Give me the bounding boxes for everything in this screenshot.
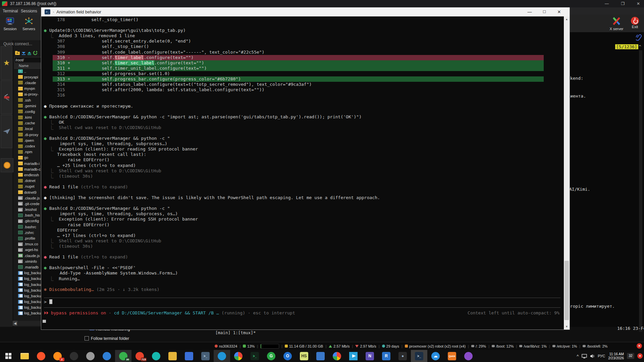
file-row[interactable]: mariadb-c <box>14 166 41 172</box>
file-row[interactable]: .di-proxy <box>14 132 41 137</box>
ribbon-servers-button[interactable]: Servers <box>20 16 38 36</box>
file-row[interactable]: .cache <box>14 120 41 126</box>
taskbar-app-app-blue-vs[interactable] <box>181 350 197 362</box>
taskbar-app-cloud[interactable]: ☁ <box>427 350 444 362</box>
taskbar-app-app-purple[interactable] <box>460 350 477 362</box>
menu-sessions[interactable]: Sessions <box>21 9 37 13</box>
taskbar-app-app-blue-o[interactable]: O <box>279 350 296 362</box>
taskbar-app-chrome[interactable] <box>230 350 247 362</box>
taskbar-app-app-green-g[interactable]: G <box>263 350 279 362</box>
close-icon[interactable]: ✕ <box>636 1 641 6</box>
file-row[interactable]: log_backu <box>14 293 41 299</box>
window-maximize-icon[interactable]: ☐ <box>539 8 549 15</box>
file-row[interactable]: proxyapi <box>14 74 41 80</box>
taskbar-app-app-purple-n[interactable]: N <box>362 350 378 362</box>
taskbar-app-app-yellow[interactable] <box>164 350 181 362</box>
web-tab[interactable] <box>1 158 13 172</box>
window-scrollbar[interactable]: ▲ ▼ <box>564 16 570 329</box>
file-row[interactable]: .lesshst <box>14 207 41 213</box>
file-row[interactable]: .codex <box>14 143 41 149</box>
taskbar-app-quick[interactable]: Quick <box>444 350 460 362</box>
file-row[interactable]: .bashrc <box>14 224 41 230</box>
taskbar-app-app-blue-sq[interactable] <box>312 350 329 362</box>
folder-up-icon[interactable] <box>15 51 20 55</box>
file-row[interactable]: .mariadb <box>14 264 41 270</box>
upload-arrow-icon[interactable] <box>27 51 32 55</box>
scroll-down-icon[interactable]: ▼ <box>564 324 570 329</box>
window-minimize-icon[interactable]: — <box>525 8 535 15</box>
taskbar-app-app-teal[interactable] <box>148 350 164 362</box>
file-row[interactable]: endlessh <box>14 172 41 178</box>
download-arrow-icon[interactable] <box>21 51 26 55</box>
tray-close-icon[interactable]: ✕ <box>637 353 643 359</box>
file-row[interactable]: .profile <box>14 235 41 241</box>
file-row[interactable]: .git-crede <box>14 201 41 206</box>
path-field[interactable]: /root/ <box>14 57 44 63</box>
paperclip-icon[interactable] <box>636 34 643 42</box>
window-close-icon[interactable]: ✕ <box>554 8 564 15</box>
file-row[interactable]: .nuget <box>14 184 41 189</box>
taskbar-app-telegram[interactable] <box>345 350 362 362</box>
network-monitor-icon[interactable] <box>582 354 587 358</box>
file-row[interactable]: dotnet9 <box>14 189 41 195</box>
maximize-icon[interactable]: ❐ <box>621 1 625 6</box>
claude-titlebar[interactable]: >_ · Animation field behavior — ☐ ✕ <box>41 7 570 16</box>
file-row[interactable]: ai-proxy- <box>14 92 41 97</box>
tools-tab[interactable] <box>1 80 12 114</box>
file-row[interactable]: .npm <box>14 149 41 155</box>
taskbar-app-file-explorer[interactable] <box>16 350 33 362</box>
prompt-line[interactable]: > <box>44 299 52 304</box>
file-list-horizontal-scrollbar[interactable]: ◀ <box>13 321 41 326</box>
scroll-up-icon[interactable]: ▲ <box>564 16 570 22</box>
file-row[interactable]: log_backu <box>14 282 41 287</box>
taskbar-app-app-gray[interactable] <box>82 350 99 362</box>
taskbar-app-terminal-green[interactable]: >_ <box>247 350 263 362</box>
file-row[interactable]: .claude <box>14 80 41 85</box>
file-row[interactable]: mariadb-i <box>14 161 41 166</box>
file-row[interactable]: ↑.. <box>14 68 41 74</box>
scroll-left-arrow-icon[interactable]: ◀ <box>13 321 17 326</box>
file-row[interactable]: .tmux.co <box>14 241 41 247</box>
stop-monitoring-icon[interactable]: ✕ <box>637 343 642 349</box>
start-button[interactable] <box>0 350 16 362</box>
taskbar-app-browser-blue[interactable] <box>99 350 115 362</box>
file-row[interactable]: .qwen <box>14 137 41 143</box>
taskbar-app-app-dark[interactable] <box>66 350 82 362</box>
file-row[interactable]: .gitconfig <box>14 218 41 224</box>
file-row[interactable]: .claude.js <box>14 253 41 258</box>
taskbar-app-app-blue[interactable] <box>214 350 230 362</box>
taskbar-app-heidisql[interactable]: HS <box>296 350 312 362</box>
refresh-icon[interactable] <box>33 51 38 55</box>
file-row[interactable]: .zshrc <box>14 230 41 235</box>
file-row[interactable]: log_backu <box>14 299 41 305</box>
file-row[interactable]: .claude.js <box>14 195 41 201</box>
sftp-tab[interactable] <box>1 115 12 148</box>
taskbar-app-camera[interactable]: ● <box>394 350 411 362</box>
taskbar-app-firefox[interactable]: 2 <box>49 350 66 362</box>
file-row[interactable]: myvpn <box>14 86 41 92</box>
taskbar-app-brave[interactable] <box>33 350 49 362</box>
taskbar-app-app-blue-r[interactable]: R <box>378 350 394 362</box>
file-row[interactable]: log_backu <box>14 276 41 282</box>
taskbar-app-terminal-slate[interactable]: >_ <box>197 350 214 362</box>
file-row[interactable]: .wget-hs <box>14 247 41 253</box>
tray-chevron-icon[interactable]: ^ <box>577 354 579 359</box>
language-indicator[interactable]: РУС <box>598 354 605 358</box>
quick-connect-field[interactable]: Quick connect... <box>3 42 32 46</box>
file-row[interactable]: log_backu <box>14 310 41 316</box>
speaker-icon[interactable] <box>590 354 595 358</box>
notification-count-badge[interactable]: 32 <box>627 353 634 359</box>
bg-scroll-up-icon[interactable]: ^ <box>639 44 641 49</box>
file-row[interactable]: .config <box>14 109 41 114</box>
file-row[interactable]: log_backu <box>14 305 41 310</box>
file-row[interactable]: go <box>14 155 41 161</box>
file-row[interactable]: .ssh <box>14 97 41 103</box>
taskbar-app-app-green[interactable]: 30 <box>115 350 131 362</box>
bg-terminal-scrollbar[interactable] <box>639 50 642 332</box>
taskbar-app-powershell[interactable]: >_ <box>411 350 427 362</box>
file-row[interactable]: .dotnet <box>14 178 41 184</box>
file-row[interactable]: .viminfo <box>14 258 41 264</box>
file-row[interactable]: .kimi <box>14 115 41 120</box>
taskbar-app-app-multicolor[interactable] <box>329 350 345 362</box>
file-row[interactable]: log_backu <box>14 287 41 293</box>
